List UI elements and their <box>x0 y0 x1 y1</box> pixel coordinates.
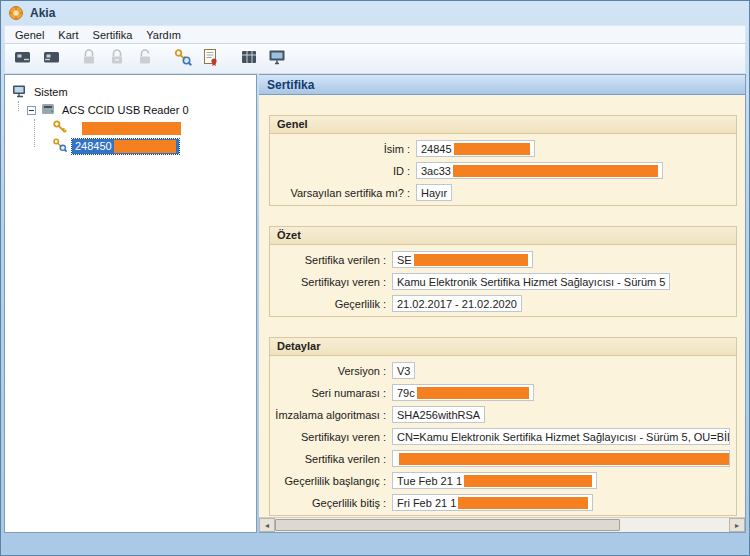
certificate-view-button[interactable] <box>198 46 224 72</box>
field-text: Hayır <box>421 187 447 199</box>
section-ozet: Özet Sertifika verilen : SE Sertifikayı … <box>269 226 737 317</box>
pin-verify-button[interactable] <box>76 46 102 72</box>
field-row: Geçerlilik : 21.02.2017 - 21.02.2020 <box>270 295 730 312</box>
field-label: Versiyon : <box>270 365 392 377</box>
scrollbar-thumb[interactable] <box>275 519 620 531</box>
reader-disconnect-button[interactable] <box>38 46 64 72</box>
redaction-block <box>417 387 529 399</box>
key-magnifier-icon <box>173 47 193 70</box>
tree-node-certificate-selected[interactable]: 248450 <box>52 137 256 155</box>
tree-node-label: Sistem <box>32 85 70 99</box>
redaction-block <box>399 453 730 465</box>
menu-yardim[interactable]: Yardım <box>139 28 188 42</box>
tree-connector-line <box>34 119 35 147</box>
field-value-version[interactable]: V3 <box>392 362 415 379</box>
pin-unlock-lock-icon <box>135 47 155 70</box>
toolbar <box>4 44 746 74</box>
field-label: Sertifika verilen : <box>270 453 392 465</box>
tree-connector-line <box>18 101 19 111</box>
reader-connect-button[interactable] <box>10 46 36 72</box>
field-row: Sertifika verilen : SE <box>270 251 730 268</box>
field-row: Seri numarası : 79c <box>270 384 730 401</box>
pin-change-button[interactable] <box>104 46 130 72</box>
scrollbar-track[interactable] <box>275 518 729 532</box>
field-value-valid-from[interactable]: Tue Feb 21 1 <box>392 472 597 489</box>
field-label: Geçerlilik bitiş : <box>270 497 392 509</box>
field-value-default-cert[interactable]: Hayır <box>416 184 452 201</box>
tree-node-label: 248450 <box>75 140 112 152</box>
field-row: Sertifikayı veren : Kamu Elektronik Sert… <box>270 273 730 290</box>
certificate-search-button[interactable] <box>170 46 196 72</box>
field-value-isim[interactable]: 24845 <box>416 140 535 157</box>
field-value-issuer-dn[interactable]: CN=Kamu Elektronik Sertifika Hizmet Sağl… <box>392 428 730 445</box>
pin-unlock-button[interactable] <box>132 46 158 72</box>
reader-connect-icon <box>13 47 33 70</box>
field-text: CN=Kamu Elektronik Sertifika Hizmet Sağl… <box>397 431 730 443</box>
field-label: İsim : <box>270 143 416 155</box>
section-title: Özet <box>270 227 736 245</box>
certificate-import-button[interactable] <box>236 46 262 72</box>
menu-kart[interactable]: Kart <box>51 28 85 42</box>
field-label: ID : <box>270 165 416 177</box>
field-value-issued-to[interactable]: SE <box>392 251 533 268</box>
scroll-left-button[interactable]: ◂ <box>259 518 275 532</box>
key-icon <box>52 119 68 137</box>
card-reader-icon <box>40 101 56 119</box>
section-title: Detaylar <box>270 338 736 356</box>
app-icon <box>8 5 24 21</box>
redaction-block <box>454 143 530 155</box>
tree-node-system[interactable]: Sistem <box>12 83 256 101</box>
section-genel: Genel İsim : 24845 ID : 3ac3 <box>269 115 737 206</box>
monitor-icon <box>267 47 287 70</box>
tree-node-reader[interactable]: ACS CCID USB Reader 0 <box>27 101 256 119</box>
field-value-signature-algorithm[interactable]: SHA256withRSA <box>392 406 485 423</box>
certificate-export-button[interactable] <box>264 46 290 72</box>
field-label: Sertifikayı veren : <box>270 431 392 443</box>
details-panel-title: Sertifika <box>267 78 314 92</box>
key-magnifier-icon <box>52 137 68 155</box>
field-text: Fri Feb 21 1 <box>397 497 456 509</box>
field-text: SHA256withRSA <box>397 409 480 421</box>
field-value-valid-until[interactable]: Fri Feb 21 1 <box>392 494 593 511</box>
field-label: Geçerlilik başlangıç : <box>270 475 392 487</box>
menu-bar: Genel Kart Sertifika Yardım <box>4 25 746 44</box>
field-row: Sertifika verilen : <box>270 450 730 467</box>
field-text: 21.02.2017 - 21.02.2020 <box>397 298 517 310</box>
redaction-block <box>458 497 588 509</box>
field-value-subject-dn[interactable] <box>392 450 730 467</box>
field-label: Geçerlilik : <box>270 298 392 310</box>
scroll-right-button[interactable]: ▸ <box>729 518 745 532</box>
field-row: İsim : 24845 <box>270 140 730 157</box>
window-title: Akia <box>30 6 55 20</box>
certificate-icon <box>201 47 221 70</box>
selected-tree-row: 248450 <box>72 139 179 154</box>
menu-sertifika[interactable]: Sertifika <box>86 28 140 42</box>
redaction-block <box>114 140 176 153</box>
tree-node-label <box>72 127 76 129</box>
computer-icon <box>12 83 28 101</box>
field-value-serial[interactable]: 79c <box>392 384 534 401</box>
redaction-block <box>453 165 658 177</box>
field-label: Sertifikayı veren : <box>270 276 392 288</box>
field-text: 24845 <box>421 143 452 155</box>
field-value-id[interactable]: 3ac33 <box>416 162 663 179</box>
field-value-validity[interactable]: 21.02.2017 - 21.02.2020 <box>392 295 522 312</box>
field-label: İmzalama algoritması : <box>270 409 392 421</box>
field-text: Tue Feb 21 1 <box>397 475 462 487</box>
field-text: Kamu Elektronik Sertifika Hizmet Sağlayı… <box>397 276 665 288</box>
field-label: Seri numarası : <box>270 387 392 399</box>
horizontal-scrollbar[interactable]: ◂ ▸ <box>259 517 745 532</box>
collapse-toggle-icon[interactable] <box>27 106 36 115</box>
title-bar: Akia <box>4 1 746 25</box>
pin-verify-lock-icon <box>79 47 99 70</box>
redaction-block <box>82 122 181 135</box>
section-title: Genel <box>270 116 736 134</box>
field-row: Sertifikayı veren : CN=Kamu Elektronik S… <box>270 428 730 445</box>
import-grid-icon <box>239 47 259 70</box>
tree-node-certificate[interactable] <box>52 119 256 137</box>
certificate-details-panel: Sertifika Genel İsim : 24845 <box>259 74 746 533</box>
redaction-block <box>464 475 592 487</box>
field-text: 3ac33 <box>421 165 451 177</box>
menu-genel[interactable]: Genel <box>8 28 51 42</box>
field-value-issuer[interactable]: Kamu Elektronik Sertifika Hizmet Sağlayı… <box>392 273 670 290</box>
